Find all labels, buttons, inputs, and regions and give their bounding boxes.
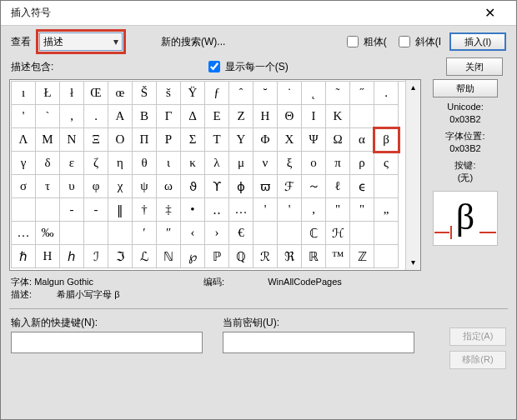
symbol-cell[interactable]: Ν — [60, 128, 84, 152]
symbol-cell[interactable]: Ι — [302, 105, 326, 128]
symbol-cell[interactable]: ł — [60, 82, 84, 105]
assign-button[interactable]: 指定(A) — [449, 328, 506, 346]
symbol-cell[interactable]: ı — [12, 82, 36, 105]
symbol-cell[interactable]: Γ — [157, 105, 181, 128]
symbol-cell[interactable]: Λ — [12, 128, 36, 152]
symbol-cell[interactable]: œ — [108, 82, 133, 105]
symbol-cell[interactable] — [350, 222, 374, 245]
current-key-input[interactable] — [223, 332, 414, 353]
symbol-cell[interactable]: ι — [157, 152, 181, 175]
symbol-cell[interactable]: ℐ — [84, 245, 108, 268]
symbol-cell[interactable]: ℏ — [12, 245, 36, 268]
symbol-cell[interactable]: . — [84, 105, 108, 128]
symbol-cell[interactable] — [36, 198, 60, 222]
symbol-cell[interactable]: λ — [205, 152, 229, 175]
symbol-cell[interactable]: ˙ — [278, 82, 302, 105]
symbol-cell[interactable] — [12, 198, 36, 222]
symbol-cell[interactable]: ‖ — [108, 198, 133, 222]
symbol-cell[interactable]: ˛ — [302, 82, 326, 105]
symbol-cell[interactable]: ν — [253, 152, 278, 175]
symbol-cell[interactable]: ℂ — [302, 222, 326, 245]
new-search-button[interactable]: 新的搜索(W)... — [156, 33, 230, 51]
symbol-cell[interactable]: š — [157, 82, 181, 105]
look-dropdown[interactable]: 描述 ▾ — [39, 32, 123, 51]
symbol-cell[interactable]: ' — [278, 198, 302, 222]
symbol-cell[interactable]: ～ — [302, 175, 326, 198]
symbol-cell[interactable]: Œ — [84, 82, 108, 105]
symbol-cell[interactable] — [374, 222, 399, 245]
symbol-cell[interactable]: … — [229, 198, 253, 222]
symbol-cell[interactable]: Θ — [278, 105, 302, 128]
symbol-cell[interactable]: ε — [60, 152, 84, 175]
symbol-cell[interactable] — [350, 105, 374, 128]
symbol-cell[interactable]: - — [84, 198, 108, 222]
symbol-cell[interactable]: α — [350, 128, 374, 152]
symbol-cell[interactable]: ξ — [278, 152, 302, 175]
symbol-cell[interactable]: Η — [253, 105, 278, 128]
symbol-cell[interactable]: θ — [133, 152, 157, 175]
symbol-cell[interactable]: Ξ — [84, 128, 108, 152]
symbol-cell[interactable]: ϖ — [253, 175, 278, 198]
symbol-cell[interactable] — [374, 245, 399, 268]
symbol-cell[interactable]: Ο — [108, 128, 133, 152]
symbol-cell[interactable]: Τ — [205, 128, 229, 152]
symbol-cell[interactable]: ˜ — [326, 82, 350, 105]
symbol-cell[interactable]: Ζ — [229, 105, 253, 128]
symbol-cell[interactable]: β — [374, 128, 399, 152]
symbol-cell[interactable]: ‥ — [205, 198, 229, 222]
symbol-cell[interactable]: τ — [36, 175, 60, 198]
symbol-cell[interactable]: δ — [36, 152, 60, 175]
symbol-cell[interactable]: Β — [133, 105, 157, 128]
symbol-cell[interactable]: ω — [157, 175, 181, 198]
symbol-cell[interactable]: ϕ — [229, 175, 253, 198]
symbol-cell[interactable]: ˘ — [253, 82, 278, 105]
symbol-cell[interactable]: , — [60, 105, 84, 128]
symbol-cell[interactable]: Κ — [326, 105, 350, 128]
symbol-cell[interactable]: Ł — [36, 82, 60, 105]
symbol-cell[interactable]: Ψ — [302, 128, 326, 152]
symbol-cell[interactable]: " — [350, 198, 374, 222]
symbol-cell[interactable]: ο — [302, 152, 326, 175]
symbol-cell[interactable]: ℛ — [253, 245, 278, 268]
insert-button[interactable]: 插入(I) — [449, 32, 506, 51]
symbol-cell[interactable] — [253, 222, 278, 245]
new-shortcut-input[interactable] — [11, 332, 203, 353]
symbol-cell[interactable]: Ε — [205, 105, 229, 128]
symbol-cell[interactable]: ψ — [133, 175, 157, 198]
symbol-cell[interactable] — [60, 222, 84, 245]
symbol-cell[interactable]: ζ — [84, 152, 108, 175]
symbol-cell[interactable]: ™ — [326, 245, 350, 268]
symbol-cell[interactable] — [374, 105, 399, 128]
symbol-cell[interactable]: ℜ — [278, 245, 302, 268]
symbol-cell[interactable]: ℙ — [205, 245, 229, 268]
symbol-cell[interactable]: ℒ — [133, 245, 157, 268]
symbol-cell[interactable]: ℕ — [157, 245, 181, 268]
symbol-cell[interactable]: … — [12, 222, 36, 245]
symbol-cell[interactable]: ˝ — [350, 82, 374, 105]
symbol-cell[interactable]: ℎ — [60, 245, 84, 268]
symbol-cell[interactable]: › — [205, 222, 229, 245]
symbol-cell[interactable]: ℘ — [181, 245, 205, 268]
symbol-cell[interactable] — [84, 222, 108, 245]
symbol-cell[interactable]: ℋ — [326, 222, 350, 245]
symbol-cell[interactable]: • — [181, 198, 205, 222]
symbol-cell[interactable]: ' — [253, 198, 278, 222]
symbol-cell[interactable]: ℓ — [326, 175, 350, 198]
symbol-cell[interactable]: . — [374, 82, 399, 105]
symbol-cell[interactable]: φ — [84, 175, 108, 198]
italic-checkbox[interactable]: 斜体(I — [395, 33, 441, 50]
symbol-cell[interactable]: Υ — [229, 128, 253, 152]
symbol-cell[interactable] — [374, 175, 399, 198]
symbol-cell[interactable]: Π — [133, 128, 157, 152]
scrollbar[interactable]: ▴ ▾ — [405, 80, 420, 270]
symbol-cell[interactable]: „ — [374, 198, 399, 222]
symbol-cell[interactable]: ϒ — [205, 175, 229, 198]
symbol-cell[interactable]: ℝ — [302, 245, 326, 268]
symbol-cell[interactable]: Μ — [36, 128, 60, 152]
symbol-cell[interactable]: ϑ — [181, 175, 205, 198]
symbol-cell[interactable]: π — [326, 152, 350, 175]
symbol-cell[interactable]: υ — [60, 175, 84, 198]
remove-button[interactable]: 移除(R) — [449, 351, 506, 369]
symbol-cell[interactable] — [278, 222, 302, 245]
symbol-cell[interactable]: Ω — [326, 128, 350, 152]
